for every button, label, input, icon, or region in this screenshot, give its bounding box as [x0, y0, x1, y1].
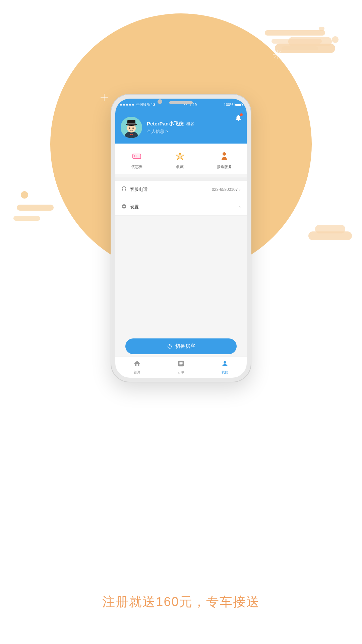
nav-mine[interactable]: 我的	[203, 360, 247, 375]
username: PeterPan小飞侠	[147, 121, 184, 127]
nav-orders[interactable]: 订单	[159, 360, 203, 375]
customer-service-label: 客服电话	[130, 186, 212, 193]
switch-guest-button[interactable]: 切换房客	[125, 338, 237, 354]
battery-area: 100%	[224, 103, 242, 107]
battery-icon	[235, 103, 242, 106]
avatar[interactable]	[121, 117, 142, 138]
status-bar: 中国移动 4G 下午1:19 100%	[115, 99, 247, 111]
svg-rect-31	[133, 154, 141, 159]
menu-list: 客服电话 023-65800107 › 设置 ›	[115, 181, 247, 216]
settings-chevron: ›	[239, 204, 241, 210]
svg-rect-3	[308, 231, 352, 240]
phone-mockup: 中国移动 4G 下午1:19 100%	[111, 94, 251, 382]
favorites-label: 收藏	[176, 164, 184, 169]
home-icon	[133, 360, 141, 369]
svg-point-24	[131, 134, 132, 135]
switch-btn-wrapper: 切换房客	[115, 338, 247, 354]
phone-speaker	[169, 101, 193, 104]
service-label: 接送服务	[217, 164, 232, 169]
svg-point-29	[129, 127, 130, 129]
signal-area: 中国移动 4G	[120, 102, 155, 107]
battery-percent: 100%	[224, 103, 233, 107]
service-icon	[218, 150, 231, 162]
svg-line-7	[58, 68, 66, 76]
headset-icon	[121, 186, 127, 193]
svg-rect-1	[288, 37, 332, 46]
svg-rect-15	[265, 30, 325, 36]
user-text-area: PeterPan小飞侠 租客 个人信息 >	[147, 121, 194, 135]
svg-point-2	[332, 36, 339, 43]
service-icon-item[interactable]: 接送服务	[217, 150, 232, 169]
mine-icon	[221, 360, 229, 369]
settings-item[interactable]: 设置 ›	[115, 198, 247, 216]
phone-camera	[158, 99, 162, 104]
notification-badge	[240, 113, 243, 116]
user-role: 租客	[186, 121, 194, 127]
app-header: PeterPan小飞侠 租客 个人信息 >	[115, 111, 247, 144]
bottom-nav: 首页 订单 我的	[115, 356, 247, 378]
svg-rect-16	[272, 39, 322, 44]
svg-line-14	[274, 51, 281, 58]
svg-rect-28	[127, 123, 135, 124]
nav-orders-label: 订单	[178, 370, 184, 375]
customer-service-chevron: ›	[239, 187, 241, 192]
profile-link[interactable]: 个人信息 >	[147, 128, 194, 135]
settings-icon	[121, 204, 127, 210]
svg-line-8	[58, 68, 66, 76]
coupon-label: 优惠券	[131, 164, 142, 169]
favorites-icon	[174, 150, 186, 162]
orders-icon	[177, 360, 185, 369]
coupon-icon-item[interactable]: 优惠券	[130, 150, 143, 169]
nav-home[interactable]: 首页	[115, 360, 159, 375]
svg-point-33	[134, 155, 135, 157]
svg-rect-4	[315, 225, 345, 233]
coupon-icon	[130, 150, 143, 162]
customer-service-item[interactable]: 客服电话 023-65800107 ›	[115, 181, 247, 198]
svg-point-18	[319, 27, 324, 31]
svg-rect-38	[223, 157, 226, 160]
svg-rect-17	[282, 46, 318, 50]
favorites-icon-item[interactable]: 收藏	[174, 150, 186, 169]
svg-point-37	[223, 152, 226, 156]
nav-home-label: 首页	[134, 370, 140, 375]
customer-service-phone: 023-65800107	[212, 187, 238, 192]
nav-mine-label: 我的	[222, 370, 228, 375]
settings-label: 设置	[130, 204, 238, 210]
carrier-label: 中国移动 4G	[136, 102, 155, 107]
user-info: PeterPan小飞侠 租客 个人信息 >	[121, 117, 241, 138]
svg-line-13	[274, 51, 281, 58]
svg-rect-0	[275, 44, 335, 53]
notification-bell[interactable]	[235, 114, 242, 121]
tagline: 注册就送160元，专车接送	[0, 593, 362, 610]
quick-icons-row: 优惠券 收藏	[115, 144, 247, 174]
svg-point-30	[132, 127, 134, 129]
switch-btn-label: 切换房客	[175, 343, 195, 350]
